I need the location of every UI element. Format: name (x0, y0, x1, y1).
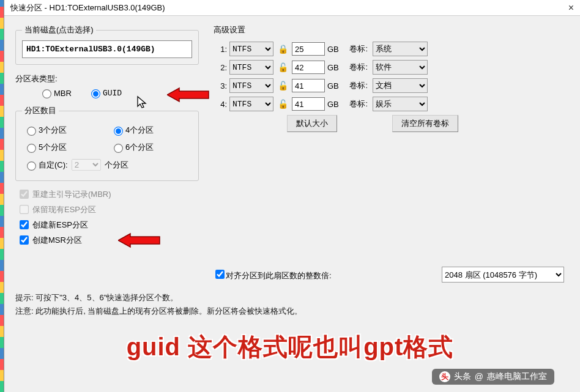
lock-open-icon[interactable]: 🔓 (276, 99, 289, 109)
unit-label: GB (327, 45, 343, 54)
partition-table-type: 分区表类型: MBR GUID (15, 73, 199, 98)
volume-label-text: 卷标: (346, 98, 370, 109)
size-input[interactable] (292, 79, 325, 92)
badge-prefix: 头条 (454, 371, 471, 382)
video-subtitle-overlay: guid 这个格式呢也叫gpt格式 (0, 330, 580, 364)
custom-count-select: 2 (72, 159, 101, 171)
options-checks: 重建主引导记录(MBR) 保留现有ESP分区 创建新ESP分区 创建MSR分区 (18, 188, 199, 246)
avatar-icon: 头 (439, 371, 450, 382)
row-index: 1: (214, 45, 227, 54)
size-input[interactable] (292, 42, 325, 56)
radio-4-partitions[interactable]: 4个分区 (111, 125, 190, 136)
partition-row-3: 3:NTFS🔓GB卷标:文档 (214, 78, 569, 93)
row-index: 4: (214, 100, 227, 109)
advanced-rows: 1:NTFS🔒GB卷标:系统2:NTFS🔓GB卷标:软件3:NTFS🔓GB卷标:… (214, 42, 569, 111)
fs-select[interactable]: NTFS (229, 97, 273, 111)
check-new-msr[interactable]: 创建MSR分区 (18, 234, 199, 246)
check-new-esp[interactable]: 创建新ESP分区 (18, 219, 199, 231)
volume-label-text: 卷标: (346, 62, 370, 73)
clear-labels-button[interactable]: 清空所有卷标 (392, 115, 458, 132)
close-icon[interactable]: × (568, 2, 574, 13)
row-index: 3: (214, 81, 227, 91)
size-input[interactable] (292, 97, 325, 111)
volume-label-select[interactable]: 系统 (373, 42, 428, 56)
radio-5-partitions[interactable]: 5个分区 (24, 142, 103, 153)
annotation-arrow-msr (118, 232, 161, 248)
partition-row-2: 2:NTFS🔓GB卷标:软件 (214, 60, 569, 75)
custom-count-suffix: 个分区 (105, 160, 128, 171)
volume-label-select[interactable]: 软件 (373, 60, 428, 75)
annotation-arrow-guid (167, 87, 210, 103)
radio-custom-count[interactable]: 自定(C): (24, 160, 68, 171)
unit-label: GB (327, 100, 343, 109)
volume-label-select[interactable]: 娱乐 (373, 97, 428, 111)
default-size-button[interactable]: 默认大小 (287, 115, 337, 132)
svg-marker-1 (118, 234, 160, 247)
fs-select[interactable]: NTFS (229, 42, 273, 56)
right-column: 高级设置 1:NTFS🔒GB卷标:系统2:NTFS🔓GB卷标:软件3:NTFS🔓… (214, 24, 569, 283)
lock-closed-icon[interactable]: 🔒 (276, 44, 289, 54)
radio-guid[interactable]: GUID (89, 88, 122, 98)
svg-marker-0 (167, 88, 209, 102)
title-bar: 快速分区 - HD1:TOExternalUSB3.0(149GB) × (4, 0, 580, 16)
current-disk-group: 当前磁盘(点击选择) (15, 24, 199, 65)
lock-open-icon[interactable]: 🔓 (276, 62, 289, 72)
partition-row-1: 1:NTFS🔒GB卷标:系统 (214, 42, 569, 56)
radio-mbr-label: MBR (54, 89, 72, 98)
radio-6-partitions[interactable]: 6个分区 (111, 142, 190, 153)
radio-mbr-input[interactable] (42, 89, 51, 98)
tip-line-2: 注意: 此功能执行后, 当前磁盘上的现有分区将被删除。新分区将会被快速格式化。 (15, 305, 569, 318)
volume-label-select[interactable]: 文档 (373, 78, 428, 93)
partition-row-4: 4:NTFS🔓GB卷标:娱乐 (214, 97, 569, 111)
row-index: 2: (214, 63, 227, 72)
radio-guid-input[interactable] (91, 89, 100, 98)
align-select[interactable]: 2048 扇区 (1048576 字节) (442, 267, 564, 283)
watermark-badge: 头 头条 @ 惠峰电脑工作室 (432, 369, 554, 385)
current-disk-legend: 当前磁盘(点击选择) (22, 24, 96, 35)
current-disk-field[interactable] (22, 40, 192, 58)
align-row: 对齐分区到此扇区数的整数倍: 2048 扇区 (1048576 字节) (214, 267, 569, 283)
advanced-legend: 高级设置 (214, 24, 569, 35)
tip-line-1: 提示: 可按下"3、4、5、6"快速选择分区个数。 (15, 291, 569, 305)
fs-select[interactable]: NTFS (229, 78, 273, 93)
size-input[interactable] (292, 61, 325, 74)
check-rebuild-mbr: 重建主引导记录(MBR) (18, 188, 199, 200)
badge-at: @ (475, 372, 483, 382)
count-legend: 分区数目 (22, 105, 59, 116)
partition-count-group: 分区数目 3个分区 4个分区 5个分区 6个分区 自定(C): 2 个分区 (15, 105, 199, 181)
check-align[interactable]: 对齐分区到此扇区数的整数倍: (214, 268, 332, 281)
advanced-settings-group: 高级设置 1:NTFS🔒GB卷标:系统2:NTFS🔓GB卷标:软件3:NTFS🔓… (214, 24, 569, 132)
check-keep-esp: 保留现有ESP分区 (18, 204, 199, 215)
dialog-content: 当前磁盘(点击选择) 分区表类型: MBR GUID (4, 16, 580, 324)
window-title: 快速分区 - HD1:TOExternalUSB3.0(149GB) (10, 2, 165, 13)
volume-label-text: 卷标: (346, 43, 370, 54)
volume-label-text: 卷标: (346, 80, 370, 91)
lock-open-icon[interactable]: 🔓 (276, 81, 289, 91)
unit-label: GB (327, 81, 343, 91)
fs-select[interactable]: NTFS (229, 60, 273, 75)
radio-3-partitions[interactable]: 3个分区 (24, 125, 103, 136)
unit-label: GB (327, 63, 343, 72)
tips-text: 提示: 可按下"3、4、5、6"快速选择分区个数。 注意: 此功能执行后, 当前… (15, 291, 569, 318)
radio-guid-label: GUID (103, 89, 122, 98)
left-column: 当前磁盘(点击选择) 分区表类型: MBR GUID (15, 24, 199, 246)
pt-type-label: 分区表类型: (15, 73, 199, 84)
radio-mbr[interactable]: MBR (40, 88, 72, 98)
badge-name: 惠峰电脑工作室 (487, 371, 547, 382)
